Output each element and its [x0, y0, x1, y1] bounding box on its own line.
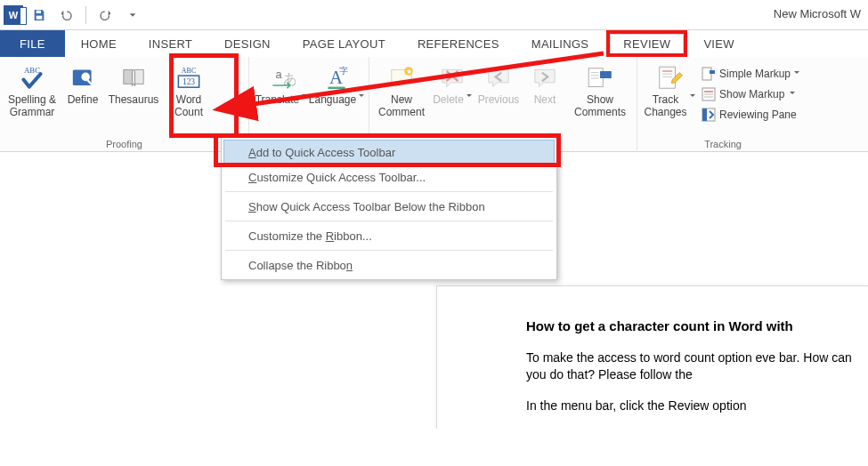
menu-customize-qat[interactable]: Customize Quick Access Toolbar...: [223, 165, 555, 189]
qat-customize-dropdown[interactable]: [122, 4, 143, 26]
document-page[interactable]: How to get a character count in Word wit…: [436, 285, 868, 429]
doc-paragraph-1: To make the access to word count option …: [526, 350, 868, 383]
show-markup-dropdown[interactable]: Show Markup: [698, 84, 803, 104]
reviewing-pane-icon: [702, 108, 716, 122]
thesaurus-button[interactable]: Thesaurus: [107, 60, 160, 119]
markup-icon: [702, 67, 716, 81]
svg-rect-34: [702, 108, 707, 121]
ribbon-tabs: FILE HOME INSERT DESIGN PAGE LAYOUT REFE…: [0, 30, 868, 57]
delete-comment-button[interactable]: Delete: [430, 60, 475, 119]
menu-separator: [225, 250, 553, 251]
delete-comment-icon: [438, 64, 466, 92]
show-markup-icon: [702, 87, 716, 101]
simple-markup-dropdown[interactable]: Simple Markup: [698, 64, 803, 84]
magnifier-book-icon: [69, 64, 97, 92]
qat-undo-button[interactable]: [55, 4, 77, 26]
menu-separator: [225, 221, 553, 221]
qat-redo-button[interactable]: [95, 4, 117, 26]
svg-rect-1: [37, 15, 43, 19]
check-abc-icon: ABC: [18, 64, 46, 92]
tab-insert[interactable]: INSERT: [133, 30, 208, 57]
tab-review[interactable]: REVIEW: [606, 30, 687, 57]
quick-access-toolbar: [28, 4, 143, 26]
new-comment-button[interactable]: ★ New Comment: [375, 60, 428, 119]
previous-comment-button[interactable]: Previous: [476, 60, 521, 119]
menu-collapse-ribbon[interactable]: Collapse the Ribbon: [223, 253, 555, 277]
svg-text:a: a: [276, 68, 283, 81]
define-button[interactable]: Define: [61, 60, 105, 119]
qat-save-button[interactable]: [28, 4, 50, 26]
svg-text:ABC: ABC: [24, 66, 40, 75]
svg-text:★: ★: [406, 68, 412, 76]
next-comment-icon: [531, 64, 559, 92]
prev-comment-icon: [484, 64, 513, 92]
svg-point-4: [81, 73, 90, 82]
group-tracking: Track Changes Simple Markup Show Markup …: [637, 57, 808, 152]
language-button[interactable]: A字 Language: [310, 60, 363, 119]
qat-divider: [85, 6, 86, 24]
reviewing-pane-dropdown[interactable]: Reviewing Pane: [698, 105, 803, 125]
show-comments-icon: [586, 64, 614, 92]
language-a-icon: A字: [322, 64, 351, 92]
tab-home[interactable]: HOME: [65, 30, 133, 57]
group-label-tracking: Tracking: [643, 137, 803, 152]
svg-text:123: 123: [183, 77, 195, 86]
new-comment-icon: ★: [387, 64, 416, 92]
word-count-icon: ABC123: [174, 64, 203, 92]
doc-heading: How to get a character count in Word wit…: [526, 318, 868, 333]
menu-separator: [225, 191, 553, 192]
svg-text:字: 字: [339, 66, 348, 76]
show-comments-button[interactable]: Show Comments: [569, 60, 631, 119]
spelling-grammar-button[interactable]: ABC Spelling & Grammar: [5, 60, 59, 119]
svg-rect-13: [328, 87, 345, 89]
tab-page-layout[interactable]: PAGE LAYOUT: [287, 30, 402, 57]
svg-rect-0: [37, 10, 41, 12]
translate-button[interactable]: aあ Translate: [255, 60, 308, 119]
menu-customize-ribbon[interactable]: Customize the Ribbon...: [223, 223, 555, 248]
svg-text:ABC: ABC: [182, 67, 196, 75]
word-count-button[interactable]: ABC123 Word Count: [162, 60, 215, 119]
next-comment-button[interactable]: Next: [523, 60, 567, 119]
menu-show-qat-below[interactable]: Show Quick Access Toolbar Below the Ribb…: [223, 194, 555, 219]
window-title: New Microsoft W: [774, 7, 861, 20]
tab-design[interactable]: DESIGN: [208, 30, 287, 57]
translate-icon: aあ: [267, 64, 296, 92]
title-bar: W New Microsoft W: [0, 0, 868, 30]
tab-view[interactable]: VIEW: [687, 30, 750, 57]
context-menu: Add to Quick Access Toolbar Customize Qu…: [221, 137, 557, 280]
tab-references[interactable]: REFERENCES: [402, 30, 515, 57]
doc-paragraph-2: In the menu bar, click the Review option: [526, 398, 868, 414]
tab-file[interactable]: FILE: [0, 30, 65, 57]
group-proofing: ABC Spelling & Grammar Define Thesaurus …: [0, 57, 249, 152]
svg-rect-19: [600, 71, 612, 78]
track-changes-icon: [655, 64, 684, 92]
group-label-proofing: Proofing: [5, 137, 243, 152]
menu-add-to-qat[interactable]: Add to Quick Access Toolbar: [223, 140, 555, 165]
track-changes-button[interactable]: Track Changes: [643, 60, 696, 119]
word-app-icon: W: [4, 5, 23, 25]
svg-rect-23: [660, 67, 676, 88]
book-icon: [119, 64, 148, 92]
svg-rect-28: [710, 70, 715, 74]
tab-mailings[interactable]: MAILINGS: [515, 30, 605, 57]
